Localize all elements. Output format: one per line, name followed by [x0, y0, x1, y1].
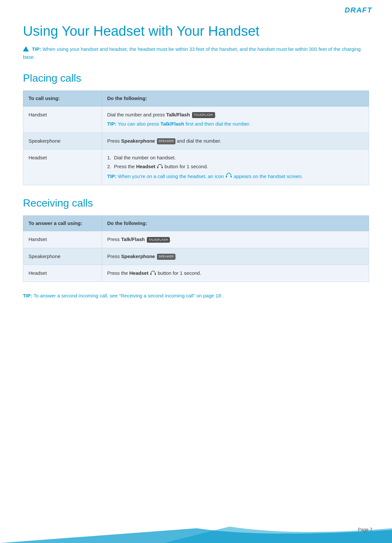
- receiving-col1-header: To answer a call using:: [23, 215, 102, 231]
- placing-col2-header: Do the following:: [102, 91, 369, 107]
- tip-label2: TIP:: [107, 173, 116, 179]
- svg-rect-5: [155, 273, 156, 275]
- talk-flash-label3: Talk/Flash: [121, 236, 145, 242]
- placing-row1-col2: Dial the number and press Talk/Flash TAL…: [102, 106, 369, 132]
- talk-flash-label2: Talk/Flash: [161, 121, 184, 127]
- receiving-row1-col2: Press Talk/Flash TALK|FLASH.: [102, 231, 369, 248]
- placing-row2-col2: Press Speakerphone SPEAKER and dial the …: [102, 132, 369, 150]
- placing-calls-table: To call using: Do the following: Handset…: [23, 90, 369, 185]
- page-number: Page 7: [358, 526, 372, 533]
- headset-label: Headset: [136, 164, 155, 169]
- talk-flash-button-icon2: TALK|FLASH: [147, 237, 170, 243]
- talk-flash-button-icon: TALK|FLASH: [192, 112, 215, 118]
- receiving-row2-col2: Press Speakerphone SPEAKER.: [102, 248, 369, 265]
- receiving-calls-heading: Receiving calls: [23, 195, 369, 211]
- speakerphone-label2: Speakerphone: [121, 253, 155, 259]
- main-tip-label: TIP:: [32, 46, 41, 52]
- table-row: Speakerphone Press Speakerphone SPEAKER …: [23, 132, 369, 150]
- headset-step2: 2. Press the Headset button for 1 second…: [107, 163, 363, 171]
- svg-rect-1: [162, 167, 163, 168]
- svg-rect-4: [150, 273, 151, 275]
- table-row: Headset Press the Headset button for 1 s…: [23, 265, 369, 282]
- placing-calls-heading: Placing calls: [23, 70, 369, 86]
- placing-col1-header: To call using:: [23, 91, 102, 107]
- placing-row3-col2: 1. Dial the number on handset. 2. Press …: [102, 150, 369, 185]
- page-title: Using Your Headset with Your Handset: [23, 23, 369, 39]
- tip-triangle-icon: [23, 46, 29, 51]
- headphone-icon: [225, 172, 232, 178]
- table-row: Speakerphone Press Speakerphone SPEAKER.: [23, 248, 369, 265]
- receiving-col2-header: Do the following:: [102, 215, 369, 231]
- bottom-tip-block: TIP: To answer a second incoming call, s…: [23, 292, 369, 300]
- svg-rect-0: [157, 167, 158, 168]
- placing-row3-col1: Headset: [23, 150, 102, 185]
- table-row: Handset Dial the number and press Talk/F…: [23, 106, 369, 132]
- draft-watermark: DRAFT: [344, 5, 372, 15]
- svg-rect-3: [230, 176, 232, 178]
- headset-step1: 1. Dial the number on handset.: [107, 154, 363, 162]
- receiving-row3-col2: Press the Headset button for 1 second.: [102, 265, 369, 282]
- main-tip-text: When using your handset and headset, the…: [23, 46, 361, 60]
- speaker-button-icon: SPEAKER: [157, 138, 175, 144]
- table-row: Handset Press Talk/Flash TALK|FLASH.: [23, 231, 369, 248]
- placing-row1-col1: Handset: [23, 106, 102, 132]
- placing-row3-tip: TIP: When you're on a call using the hea…: [107, 172, 363, 180]
- footer-decoration: [0, 527, 392, 543]
- main-tip-block: TIP: When using your handset and headset…: [23, 45, 369, 61]
- speakerphone-label: Speakerphone: [121, 138, 155, 144]
- speaker-button-icon2: SPEAKER: [157, 254, 175, 260]
- headset-label2: Headset: [129, 270, 148, 276]
- tip-label: TIP:: [107, 121, 116, 127]
- receiving-row3-col1: Headset: [23, 265, 102, 282]
- svg-rect-2: [226, 176, 227, 178]
- headset-icon2: [150, 270, 156, 276]
- receiving-row2-col1: Speakerphone: [23, 248, 102, 265]
- bottom-tip-label: TIP:: [23, 293, 32, 298]
- table-row: Headset 1. Dial the number on handset. 2…: [23, 150, 369, 185]
- placing-row1-tip: TIP: You can also press Talk/Flash first…: [107, 120, 363, 128]
- receiving-row1-col1: Handset: [23, 231, 102, 248]
- talk-flash-label: Talk/Flash: [166, 112, 190, 117]
- headset-steps: 1. Dial the number on handset. 2. Press …: [107, 154, 363, 170]
- headset-icon: [157, 163, 163, 170]
- receiving-calls-table: To answer a call using: Do the following…: [23, 215, 369, 282]
- placing-row2-col1: Speakerphone: [23, 132, 102, 150]
- bottom-tip-text: To answer a second incoming call, see “R…: [33, 293, 224, 298]
